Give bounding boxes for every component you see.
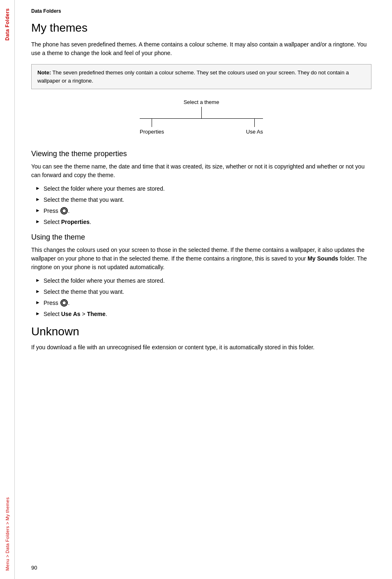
viewing-step-1: ► Select the folder where your themes ar… <box>31 185 371 193</box>
page-container: Data Folders Menu > Data Folders > My th… <box>0 0 392 579</box>
using-step-1-text: Select the folder where your themes are … <box>44 277 165 285</box>
using-section-intro: This changes the colours used on your sc… <box>31 246 371 272</box>
using-step-3: ► Press . <box>31 299 371 307</box>
arrow-icon-7: ► <box>35 300 40 305</box>
circle-button-icon-1 <box>60 207 68 215</box>
breadcrumb: Data Folders <box>31 8 371 14</box>
viewing-section-intro: You can see the theme name, the date and… <box>31 162 371 180</box>
note-text: The seven predefined themes only contain… <box>37 69 349 84</box>
circle-button-icon-2 <box>60 299 68 307</box>
using-step-1: ► Select the folder where your themes ar… <box>31 277 371 285</box>
using-step-4: ► Select Use As > Theme. <box>31 310 371 318</box>
using-step-2-text: Select the theme that you want. <box>44 288 124 296</box>
sidebar-bottom-label: Menu > Data Folders > My themes <box>5 497 10 571</box>
arrow-icon-1: ► <box>35 185 40 191</box>
arrow-icon-6: ► <box>35 288 40 294</box>
diagram-horizontal-line <box>140 118 263 119</box>
arrow-icon-8: ► <box>35 311 40 316</box>
arrow-icon-4: ► <box>35 219 40 224</box>
viewing-step-2: ► Select the theme that you want. <box>31 196 371 204</box>
diagram-vertical-line <box>201 107 202 118</box>
diagram-branch-line-left <box>152 119 152 127</box>
sidebar-top-label: Data Folders <box>5 8 10 41</box>
using-section-title: Using the theme <box>31 233 371 242</box>
using-step-2: ► Select the theme that you want. <box>31 288 371 296</box>
viewing-step-4-text: Select Properties. <box>44 218 91 226</box>
viewing-step-4: ► Select Properties. <box>31 218 371 226</box>
page-number: 90 <box>31 565 37 571</box>
diagram-branches: Properties Use As <box>140 119 263 135</box>
diagram-tree: Properties Use As <box>99 107 304 135</box>
main-content: Data Folders My themes The phone has sev… <box>15 0 392 579</box>
diagram-branch-left: Properties <box>140 119 164 135</box>
viewing-step-2-text: Select the theme that you want. <box>44 196 124 204</box>
diagram-left-label: Properties <box>140 129 164 135</box>
arrow-icon-2: ► <box>35 196 40 202</box>
arrow-icon-3: ► <box>35 208 40 213</box>
diagram-branch-right: Use As <box>246 119 263 135</box>
viewing-step-1-text: Select the folder where your themes are … <box>44 185 165 193</box>
diagram-top-label: Select a theme <box>184 99 219 105</box>
viewing-steps-list: ► Select the folder where your themes ar… <box>31 185 371 226</box>
theme-diagram: Select a theme Properties Use As <box>31 99 371 135</box>
diagram-right-label: Use As <box>246 129 263 135</box>
sidebar: Data Folders Menu > Data Folders > My th… <box>0 0 15 579</box>
page-title: My themes <box>31 21 371 35</box>
viewing-section-title: Viewing the theme properties <box>31 150 371 158</box>
using-step-4-text: Select Use As > Theme. <box>44 310 107 318</box>
using-step-3-text: Press . <box>44 299 70 307</box>
viewing-step-3-text: Press . <box>44 207 70 215</box>
note-label: Note: <box>37 69 51 76</box>
viewing-step-3: ► Press . <box>31 207 371 215</box>
note-box: Note: The seven predefined themes only c… <box>31 64 371 89</box>
intro-text: The phone has seven predefined themes. A… <box>31 40 371 58</box>
unknown-title: Unknown <box>31 325 371 338</box>
arrow-icon-5: ► <box>35 277 40 283</box>
unknown-text: If you download a file with an unrecogni… <box>31 343 371 352</box>
diagram-branch-line-right <box>254 119 255 127</box>
using-steps-list: ► Select the folder where your themes ar… <box>31 277 371 318</box>
